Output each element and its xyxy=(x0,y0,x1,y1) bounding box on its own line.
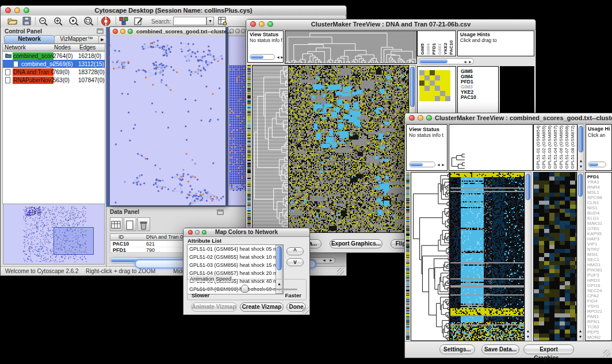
close-icon[interactable] xyxy=(409,115,415,121)
zoom-window-icon[interactable] xyxy=(426,115,432,121)
resize-grip[interactable] xyxy=(337,268,344,275)
close-icon[interactable] xyxy=(113,29,118,34)
gene-list-item[interactable]: PHO81 xyxy=(587,267,611,273)
dialog-titlebar[interactable]: Map Colors to Network xyxy=(183,228,309,237)
slider-thumb[interactable] xyxy=(241,285,248,293)
scroll-left-icon[interactable]: ◄ xyxy=(463,59,467,65)
scroll-left-icon[interactable]: ◄ xyxy=(276,54,280,60)
gene-list-item[interactable]: PUF3 xyxy=(587,273,611,278)
tv1-overview-strip-canvas[interactable] xyxy=(247,65,251,232)
scrollbar-thumb[interactable] xyxy=(410,67,415,107)
tv2-zoom-heatmap-canvas[interactable] xyxy=(533,172,577,341)
attribute-browser-icon[interactable] xyxy=(218,17,227,25)
gene-list-item[interactable]: SPC98 xyxy=(587,195,611,200)
animate-vizmap-button[interactable]: Animate Vizmap xyxy=(191,302,237,312)
attribute-list-item[interactable]: GPL51-02 (GSM855) heat shock 10 min xyxy=(188,253,283,261)
tv1-row-dendrogram-canvas[interactable] xyxy=(252,65,289,233)
tab-network[interactable]: Network xyxy=(4,35,55,44)
network-tree-row[interactable]: combined_sco2569(6)13112(15) xyxy=(3,60,105,68)
background-network-window[interactable] xyxy=(228,26,247,206)
float-panel-icon[interactable] xyxy=(217,209,224,215)
delete-attribute-button[interactable] xyxy=(137,217,150,231)
scroll-down-icon[interactable]: ▼ xyxy=(578,164,584,170)
scroll-up-icon[interactable]: ▲ xyxy=(525,328,531,334)
tv2-usage-scrollbar[interactable] xyxy=(588,162,606,167)
tv2-button-export-graphics-[interactable]: Export Graphics... xyxy=(523,344,574,354)
tv2-column-dendrogram-canvas[interactable] xyxy=(450,152,465,170)
minimize-icon[interactable] xyxy=(120,29,125,34)
gene-list-item[interactable]: SEC24 xyxy=(587,288,611,293)
scroll-down-icon[interactable]: ▼ xyxy=(577,334,583,340)
gene-list-item[interactable]: BUD4 xyxy=(587,210,611,216)
scroll-left-icon[interactable]: ◄ xyxy=(437,162,441,168)
tv1-button-export-graphics-[interactable]: Export Graphics... xyxy=(330,239,382,248)
tv1-zoom-hscrollbar[interactable]: ◄ ► xyxy=(419,58,474,64)
tv1-zoom-heatmap-canvas[interactable] xyxy=(419,70,450,101)
gene-list-item[interactable]: YSH1 xyxy=(587,304,611,309)
gene-list-item[interactable]: VIP1 xyxy=(587,242,611,247)
float-panel-icon[interactable] xyxy=(97,28,104,34)
tv2-overview-strip-canvas[interactable] xyxy=(406,172,410,340)
gene-list-item[interactable]: RNR4 xyxy=(587,185,611,190)
scroll-right-icon[interactable]: ► xyxy=(329,257,333,263)
gene-list-item[interactable]: HMG1 xyxy=(587,262,611,267)
gene-list-item[interactable]: MAK31 xyxy=(587,221,611,226)
gene-list-item[interactable]: NIS1 xyxy=(587,205,611,210)
zoom-selected-icon[interactable] xyxy=(68,17,79,26)
scroll-right-icon[interactable]: ► xyxy=(441,162,445,168)
tab-overflow-button[interactable]: ▶ xyxy=(98,35,106,44)
treeview2-titlebar[interactable]: ClusterMaker TreeView : combined_scores_… xyxy=(405,113,612,124)
tv2-labels-vscrollbar[interactable]: ▲ ▼ xyxy=(577,124,584,171)
gene-list-item[interactable]: CLN1 xyxy=(587,200,611,205)
search-input[interactable] xyxy=(173,17,206,25)
scroll-up-icon[interactable]: ▲ xyxy=(577,328,583,334)
tv2-row-dendrogram-canvas[interactable] xyxy=(411,172,450,341)
network-graph-canvas[interactable] xyxy=(110,36,225,205)
gene-list-item[interactable]: HRD3 xyxy=(587,278,611,283)
scrollbar-thumb[interactable] xyxy=(578,174,583,197)
table-mode-button[interactable] xyxy=(110,217,123,231)
scrollbar-thumb[interactable] xyxy=(277,246,282,270)
annotation-icon[interactable] xyxy=(134,17,143,25)
search-dropdown-button[interactable]: ▼ xyxy=(206,17,214,25)
network-window-titlebar[interactable]: combined_scores_good.txt--cluste... xyxy=(110,27,225,37)
attribute-list-item[interactable]: GPL51-03 (GSM856) heat shock 15 min xyxy=(188,261,283,269)
gene-list-item[interactable]: MON2 xyxy=(587,335,611,340)
gene-list-item[interactable]: MSI1 xyxy=(587,252,611,257)
gene-list-item[interactable]: ELG1 xyxy=(587,216,611,221)
gene-list-item[interactable]: YRA1 xyxy=(587,179,611,185)
tv1-column-dendrogram-canvas[interactable] xyxy=(285,30,417,64)
scrollbar-thumb[interactable] xyxy=(579,126,583,152)
minimize-icon[interactable] xyxy=(418,115,423,121)
network-tree-row[interactable]: RNAPuberNov2+563(0)107847(0) xyxy=(3,76,105,84)
create-vizmap-button[interactable]: Create Vizmap xyxy=(240,302,284,312)
minimize-icon[interactable] xyxy=(235,29,240,33)
scrollbar-thumb[interactable] xyxy=(526,174,530,200)
main-window-titlebar[interactable]: Cytoscape Desktop (Session Name: collins… xyxy=(1,6,346,16)
zoom-window-icon[interactable] xyxy=(128,29,133,34)
gene-list-item[interactable]: KAP95 xyxy=(587,231,611,236)
tv2-status-scrollbar[interactable] xyxy=(409,162,435,167)
vizmapper-icon[interactable] xyxy=(119,17,128,25)
tv2-zoom-vscrollbar[interactable]: ▲ ▼ xyxy=(577,172,584,341)
zoom-window-icon[interactable] xyxy=(241,29,246,33)
treeview1-titlebar[interactable]: ClusterMaker TreeView : DNA and Tran 07-… xyxy=(246,20,536,30)
gene-list-item[interactable]: HAP3 xyxy=(587,236,611,242)
new-attribute-button[interactable] xyxy=(124,217,136,231)
gene-list-item[interactable]: SEC1 xyxy=(587,257,611,262)
tab-vizmapper[interactable]: VizMapper™ xyxy=(54,35,99,44)
gene-list-item[interactable]: PAN1 xyxy=(587,314,611,319)
tv2-global-heatmap-canvas[interactable] xyxy=(450,172,525,341)
move-up-button[interactable]: ^ xyxy=(286,247,304,255)
zoom-fit-icon[interactable] xyxy=(83,17,94,26)
resize-grip[interactable] xyxy=(603,350,610,357)
gene-list-item[interactable]: CPA2 xyxy=(587,293,611,298)
zoom-out-icon[interactable] xyxy=(39,17,48,26)
dense-network-canvas[interactable] xyxy=(228,64,247,193)
gene-list-item[interactable]: MSL1 xyxy=(587,190,611,195)
open-file-icon[interactable] xyxy=(7,17,18,25)
tv2-heatmap-vscrollbar[interactable]: ▲ ▼ xyxy=(525,172,531,341)
gene-list-item[interactable]: FIG4 xyxy=(587,298,611,304)
tv1-global-heatmap-canvas[interactable] xyxy=(288,65,409,233)
network-tree-row[interactable]: combined_scores2764(0)16218(0) xyxy=(3,52,105,60)
